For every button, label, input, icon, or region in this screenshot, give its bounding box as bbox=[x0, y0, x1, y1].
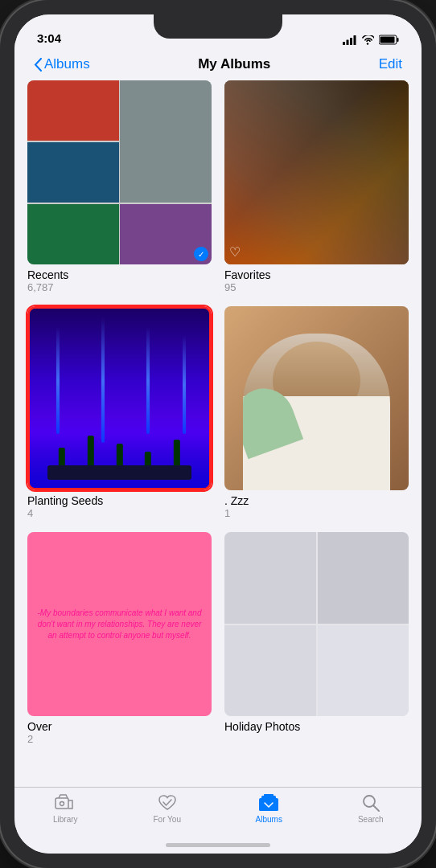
album-name-favorites: Favorites bbox=[224, 268, 409, 281]
collage-cell-3 bbox=[27, 142, 119, 203]
album-name-holiday-photos: Holiday Photos bbox=[224, 720, 409, 733]
holiday-cell-2 bbox=[318, 532, 409, 624]
svg-rect-0 bbox=[343, 42, 345, 45]
collage-cell-1 bbox=[27, 80, 119, 141]
albums-icon bbox=[258, 794, 279, 812]
collage-cell-4 bbox=[27, 204, 119, 264]
status-icons bbox=[343, 35, 399, 45]
tab-label-search: Search bbox=[358, 815, 384, 824]
heart-icon: ♡ bbox=[229, 244, 241, 260]
content-area: ✓ Recents 6,787 ♡ Favori bbox=[14, 80, 422, 772]
album-item-zzz[interactable]: . Zzz 1 bbox=[224, 306, 409, 519]
svg-point-4 bbox=[367, 43, 368, 44]
over-quote-text: -My boundaries communicate what I want a… bbox=[37, 608, 202, 641]
album-thumb-favorites: ♡ bbox=[224, 80, 409, 264]
signal-icon bbox=[343, 35, 356, 45]
planting-image bbox=[30, 309, 209, 488]
tab-label-albums: Albums bbox=[256, 815, 282, 824]
svg-rect-6 bbox=[397, 38, 399, 42]
svg-rect-1 bbox=[347, 39, 349, 45]
tab-library[interactable]: Library bbox=[14, 794, 117, 824]
album-item-holiday-photos[interactable]: Holiday Photos bbox=[224, 532, 409, 745]
svg-rect-3 bbox=[354, 35, 356, 45]
back-button[interactable]: Albums bbox=[34, 56, 90, 72]
album-count-favorites: 95 bbox=[224, 281, 409, 293]
plant-tray bbox=[47, 465, 191, 480]
albums-grid: ✓ Recents 6,787 ♡ Favori bbox=[27, 80, 409, 745]
holiday-cell-4 bbox=[318, 625, 409, 717]
tab-label-library: Library bbox=[53, 815, 78, 824]
svg-rect-8 bbox=[56, 798, 68, 809]
album-thumb-recents: ✓ bbox=[27, 80, 212, 264]
album-item-planting-seeds[interactable]: Planting Seeds 4 bbox=[27, 306, 212, 519]
holiday-image bbox=[224, 532, 409, 716]
over-image: -My boundaries communicate what I want a… bbox=[27, 532, 212, 716]
library-icon bbox=[55, 794, 76, 812]
battery-icon bbox=[379, 35, 399, 45]
svg-rect-7 bbox=[380, 37, 395, 43]
back-label: Albums bbox=[44, 56, 90, 72]
phone-screen: 3:04 bbox=[14, 14, 422, 854]
edit-button[interactable]: Edit bbox=[379, 56, 402, 72]
album-thumb-holiday-photos bbox=[224, 532, 409, 716]
wifi-icon bbox=[361, 35, 374, 45]
recents-collage bbox=[27, 80, 212, 264]
notch bbox=[154, 14, 282, 39]
checkmark-badge: ✓ bbox=[194, 247, 208, 261]
status-time: 3:04 bbox=[37, 31, 61, 45]
album-name-over: Over bbox=[27, 720, 212, 733]
album-item-favorites[interactable]: ♡ Favorites 95 bbox=[224, 80, 409, 293]
album-thumb-over: -My boundaries communicate what I want a… bbox=[27, 532, 212, 716]
album-item-over[interactable]: -My boundaries communicate what I want a… bbox=[27, 532, 212, 745]
svg-line-15 bbox=[373, 806, 379, 812]
svg-point-9 bbox=[60, 802, 64, 806]
for-you-icon bbox=[158, 794, 177, 812]
zzz-image bbox=[224, 306, 409, 490]
tab-for-you[interactable]: For You bbox=[117, 794, 219, 824]
search-icon bbox=[362, 794, 380, 812]
album-thumb-planting-seeds bbox=[27, 306, 212, 490]
album-item-recents[interactable]: ✓ Recents 6,787 bbox=[27, 80, 212, 293]
album-count-planting-seeds: 4 bbox=[27, 507, 212, 519]
nav-bar: Albums My Albums Edit bbox=[14, 50, 422, 80]
album-count-over: 2 bbox=[27, 733, 212, 745]
album-name-zzz: . Zzz bbox=[224, 494, 409, 507]
album-thumb-zzz bbox=[224, 306, 409, 490]
collage-cell-2 bbox=[120, 80, 212, 203]
svg-rect-12 bbox=[264, 794, 274, 796]
album-count-recents: 6,787 bbox=[27, 281, 212, 293]
home-indicator bbox=[166, 843, 270, 847]
svg-rect-13 bbox=[259, 800, 278, 811]
album-count-zzz: 1 bbox=[224, 507, 409, 519]
tab-search[interactable]: Search bbox=[320, 794, 422, 824]
tab-albums[interactable]: Albums bbox=[218, 794, 320, 824]
album-name-planting-seeds: Planting Seeds bbox=[27, 494, 212, 507]
svg-rect-2 bbox=[350, 38, 352, 45]
holiday-cell-3 bbox=[224, 625, 316, 717]
holiday-cell-1 bbox=[224, 532, 316, 624]
album-name-recents: Recents bbox=[27, 268, 212, 281]
phone-frame: 3:04 bbox=[0, 0, 436, 868]
favorites-image: ♡ bbox=[224, 80, 409, 264]
page-title: My Albums bbox=[198, 56, 270, 72]
tab-label-for-you: For You bbox=[154, 815, 181, 824]
